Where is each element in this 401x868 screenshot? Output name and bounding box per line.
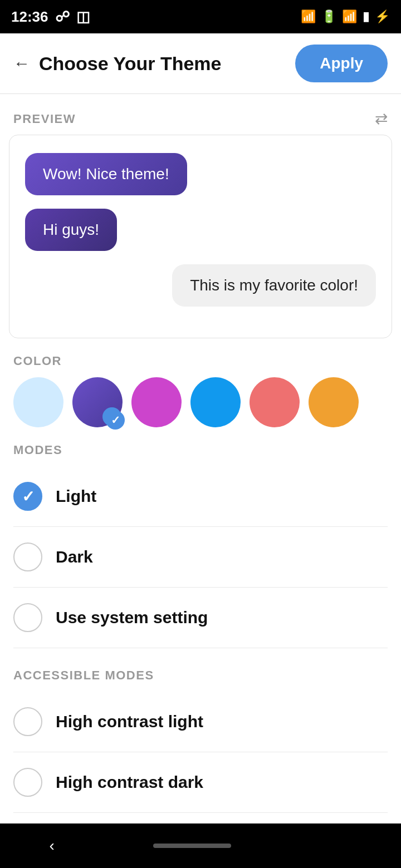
status-message-icon: ☍ — [55, 8, 70, 26]
color-swatch-orange[interactable] — [309, 377, 359, 427]
sent-bubble-2: Hi guys! — [25, 209, 117, 251]
nav-home-pill[interactable] — [153, 844, 231, 848]
nav-bar: ‹ — [0, 823, 401, 868]
vibrate-icon: 🔋 — [321, 9, 336, 24]
battery-icon: ⚡ — [375, 9, 390, 24]
mode-light[interactable]: ✓ Light — [13, 466, 388, 527]
mode-dark[interactable]: Dark — [13, 527, 388, 588]
mode-light-check: ✓ — [22, 487, 35, 506]
mode-hcl-label: High contrast light — [56, 712, 203, 731]
message-row-2: Hi guys! — [25, 209, 376, 259]
back-button[interactable]: ← — [13, 55, 39, 72]
message-row-1: Wow! Nice theme! — [25, 153, 376, 203]
nav-back-button[interactable]: ‹ — [49, 837, 54, 855]
color-swatches: ✓ — [13, 377, 388, 427]
mode-system-radio — [13, 603, 42, 632]
mode-hcd-radio — [13, 768, 42, 797]
mode-high-contrast-light[interactable]: High contrast light — [13, 692, 388, 752]
bluetooth-icon: 📶 — [301, 9, 316, 24]
accessible-modes-section: ACCESSIBLE MODES High contrast light Hig… — [0, 648, 401, 813]
mode-system-label: Use system setting — [56, 608, 208, 627]
wifi-icon: 📶 — [342, 9, 357, 24]
mode-hcd-label: High contrast dark — [56, 773, 203, 792]
message-row-3: This is my favorite color! — [25, 264, 376, 314]
header: ← Choose Your Theme Apply — [0, 33, 401, 94]
page-title: Choose Your Theme — [39, 53, 295, 75]
color-swatch-purple[interactable]: ✓ — [72, 377, 123, 427]
signal-icon: ▮ — [363, 9, 369, 24]
mode-light-label: Light — [56, 487, 96, 506]
color-swatch-light-blue[interactable] — [13, 377, 63, 427]
preview-box: Wow! Nice theme! Hi guys! This is my fav… — [9, 135, 392, 338]
accessible-modes-label: ACCESSIBLE MODES — [13, 668, 388, 683]
color-section-label: COLOR — [13, 354, 388, 368]
modes-section-label: MODES — [13, 443, 388, 457]
mode-hcl-radio — [13, 707, 42, 736]
status-bar: 12:36 ☍ ◫ 📶 🔋 📶 ▮ ⚡ — [0, 0, 401, 33]
color-swatch-red[interactable] — [250, 377, 300, 427]
status-time: 12:36 — [11, 8, 48, 26]
mode-light-radio: ✓ — [13, 482, 42, 511]
mode-high-contrast-dark[interactable]: High contrast dark — [13, 752, 388, 813]
status-photo-icon: ◫ — [76, 8, 90, 26]
received-bubble-1: This is my favorite color! — [172, 264, 376, 307]
preview-label: PREVIEW — [13, 112, 76, 126]
color-section: COLOR ✓ — [0, 338, 401, 427]
color-swatch-blue[interactable] — [190, 377, 241, 427]
mode-system[interactable]: Use system setting — [13, 588, 388, 648]
sent-bubble-1: Wow! Nice theme! — [25, 153, 187, 195]
preview-header: PREVIEW ⇄ — [0, 94, 401, 135]
mode-dark-label: Dark — [56, 548, 93, 566]
mode-dark-radio — [13, 542, 42, 571]
selected-checkmark: ✓ — [102, 407, 121, 426]
apply-button[interactable]: Apply — [295, 45, 388, 82]
swap-icon[interactable]: ⇄ — [375, 110, 388, 128]
modes-section: MODES ✓ Light Dark Use system setting — [0, 427, 401, 648]
color-swatch-pink[interactable] — [131, 377, 182, 427]
